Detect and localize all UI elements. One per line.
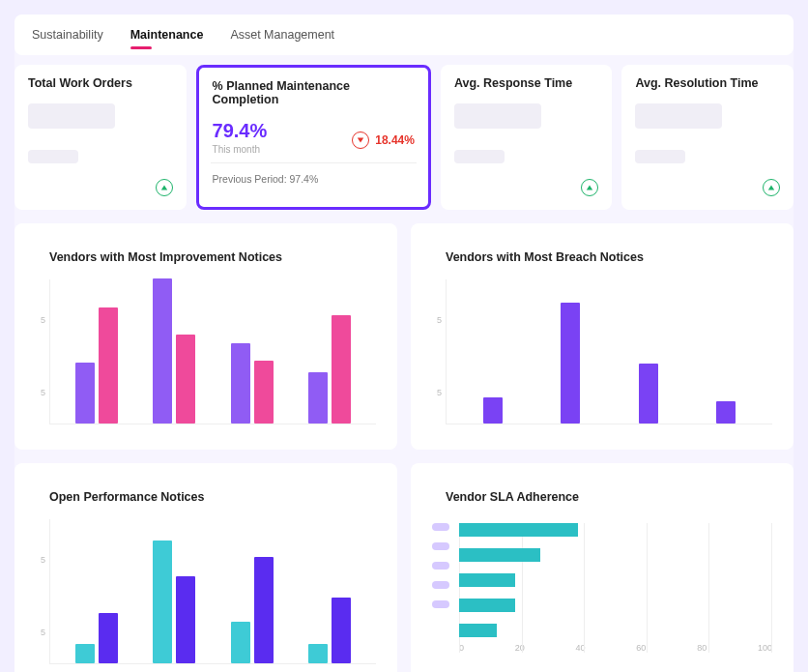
placeholder [28,103,115,129]
bar[interactable] [459,573,515,587]
svg-marker-0 [160,186,166,190]
kpi-resolution-time[interactable]: Avg. Resolution Time [621,65,794,210]
bar[interactable] [483,397,503,424]
bar[interactable] [75,644,95,663]
bar[interactable] [459,624,497,637]
bar[interactable] [75,363,95,424]
chart-breach: 55 [432,283,772,428]
series-label [432,562,449,570]
tab-sustainability[interactable]: Sustainability [32,24,103,45]
series-label [432,523,449,531]
bar[interactable] [254,361,274,424]
bar[interactable] [561,303,580,424]
tabs: Sustainability Maintenance Asset Managem… [14,15,794,55]
trend-up-icon [156,179,173,196]
card-title: Vendor SLA Adherence [446,490,772,504]
svg-marker-3 [768,186,774,190]
card-title: Vendors with Most Improvement Notices [49,250,376,264]
bar[interactable] [332,598,351,663]
kpi-row: Total Work Orders % Planned Maintenance … [14,65,794,210]
bar[interactable] [459,523,578,537]
bar[interactable] [308,372,328,424]
placeholder [635,103,722,129]
bar[interactable] [99,613,118,663]
trend-down-icon [352,131,369,149]
kpi-response-time[interactable]: Avg. Response Time [441,65,613,210]
bar[interactable] [176,335,195,424]
bar[interactable] [231,343,250,424]
bar[interactable] [308,644,328,663]
kpi-total-work-orders[interactable]: Total Work Orders [14,65,187,210]
bar[interactable] [231,622,250,663]
tab-maintenance[interactable]: Maintenance [130,24,204,45]
bar[interactable] [332,315,351,424]
bar[interactable] [153,278,172,424]
bar[interactable] [176,576,195,663]
placeholder [635,150,685,163]
bar[interactable] [459,548,540,562]
card-breach-notices: Vendors with Most Breach Notices 55 [411,223,794,450]
divider [211,162,417,163]
kpi-planned-maintenance[interactable]: % Planned Maintenance Completion 79.4% T… [196,65,431,210]
card-sla-adherence: Vendor SLA Adherence 020406080100 [411,463,794,672]
placeholder [28,150,78,163]
bar[interactable] [99,307,118,424]
card-title: Open Performance Notices [49,490,376,504]
kpi-title: Avg. Resolution Time [635,76,780,90]
kpi-delta: 18.44% [375,133,415,147]
svg-marker-2 [587,186,592,190]
placeholder [454,150,505,163]
card-improvement-notices: Vendors with Most Improvement Notices 55 [14,223,397,450]
chart-open: 55 [36,523,376,668]
bar[interactable] [153,541,172,663]
kpi-title: % Planned Maintenance Completion [213,79,415,106]
card-title: Vendors with Most Breach Notices [446,250,772,264]
placeholder [454,103,541,129]
bar[interactable] [639,364,658,424]
trend-up-icon [763,179,780,196]
bar[interactable] [716,401,736,424]
kpi-title: Total Work Orders [28,76,173,90]
kpi-previous: Previous Period: 97.4% [213,173,415,185]
chart-sla: 020406080100 [432,523,772,653]
card-open-performance: Open Performance Notices 55 [14,463,397,672]
series-label [432,581,449,589]
trend-up-icon [581,179,598,196]
series-label [432,542,449,550]
tab-asset-management[interactable]: Asset Management [230,24,334,45]
svg-marker-1 [358,138,363,143]
chart-improvement: 55 [36,283,376,428]
bar[interactable] [254,557,274,663]
kpi-title: Avg. Response Time [454,76,599,90]
series-label [432,600,449,608]
bar[interactable] [459,599,515,612]
